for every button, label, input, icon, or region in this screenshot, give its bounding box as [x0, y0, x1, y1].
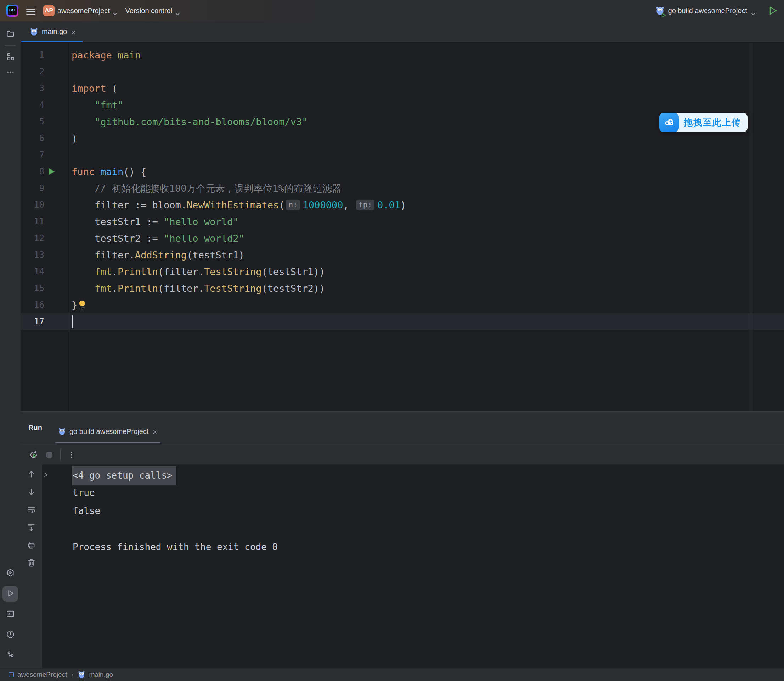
run-tool-window-header: Run go build awesomeProject — [21, 411, 784, 464]
line-number: 14 — [21, 263, 44, 280]
close-icon[interactable] — [152, 429, 158, 434]
up-stacktrace-button[interactable] — [27, 469, 36, 480]
problems-tool-button[interactable] — [3, 627, 18, 643]
run-gutter-icon[interactable] — [47, 167, 56, 176]
code-line-2[interactable]: 2 — [21, 63, 784, 80]
code-text: filter.AddString(testStr1) — [71, 247, 245, 263]
line-number: 1 — [21, 47, 44, 63]
code-line-13[interactable]: 13 filter.AddString(testStr1) — [21, 247, 784, 263]
upload-label: 拖拽至此上传 — [684, 117, 741, 128]
go-file-icon — [77, 671, 85, 678]
console-line-3: false — [42, 502, 784, 520]
code-line-1[interactable]: 1package main — [21, 47, 784, 63]
code-text: "github.com/bits-and-blooms/bloom/v3" — [71, 114, 308, 130]
console-text: false — [73, 502, 100, 520]
down-stacktrace-button[interactable] — [27, 487, 36, 498]
go-file-icon — [30, 28, 38, 36]
project-widget[interactable]: AP awesomeProject — [43, 5, 118, 16]
main-toolbar: GO AP awesomeProject Version control go … — [0, 0, 784, 21]
code-line-16[interactable]: 16} — [21, 297, 784, 314]
intention-bulb-icon[interactable] — [78, 298, 87, 308]
code-line-8[interactable]: 8func main() { — [21, 163, 784, 180]
code-line-15[interactable]: 15 fmt.Println(filter.TestString(testStr… — [21, 280, 784, 297]
project-tool-button[interactable] — [3, 26, 18, 42]
inlay-hint: fp: — [356, 200, 375, 210]
line-number: 10 — [21, 197, 44, 214]
chevron-down-icon — [751, 9, 756, 13]
status-bar: awesomeProject › main.go — [0, 668, 784, 681]
main-menu-icon[interactable] — [26, 7, 35, 14]
run-button[interactable] — [768, 6, 778, 16]
more-options-button[interactable] — [67, 450, 76, 459]
version-control-tool-button[interactable] — [3, 648, 18, 663]
console-line-4 — [42, 520, 784, 538]
console-toolbar — [21, 464, 42, 668]
code-editor[interactable]: 1package main23import (4 "fmt"5 "github.… — [21, 43, 784, 411]
scroll-to-end-button[interactable] — [27, 523, 36, 534]
close-icon[interactable] — [71, 29, 76, 35]
code-line-17[interactable]: 17 — [21, 314, 784, 330]
line-number: 17 — [21, 314, 44, 330]
clear-console-button[interactable] — [27, 558, 36, 569]
code-line-10[interactable]: 10 filter := bloom.NewWithEstimates(n:10… — [21, 197, 784, 214]
code-text: testStr2 := "hello world2" — [71, 230, 245, 247]
line-number: 4 — [21, 97, 44, 114]
code-line-6[interactable]: 6) — [21, 130, 784, 147]
console-text: <4 go setup calls> — [72, 466, 176, 485]
code-text: fmt.Println(filter.TestString(testStr2)) — [71, 280, 325, 297]
editor-tab-bar: main.go — [21, 21, 784, 43]
line-number: 12 — [21, 230, 44, 247]
code-text: filter := bloom.NewWithEstimates(n:10000… — [71, 197, 406, 214]
stop-button[interactable] — [45, 450, 54, 459]
code-line-14[interactable]: 14 fmt.Println(filter.TestString(testStr… — [21, 263, 784, 280]
console-line-5: Process finished with the exit code 0 — [42, 538, 784, 556]
rerun-button[interactable] — [29, 450, 38, 459]
print-button[interactable] — [27, 540, 36, 551]
go-file-run-icon — [655, 6, 665, 15]
code-line-7[interactable]: 7 — [21, 147, 784, 163]
breadcrumb-project[interactable]: awesomeProject — [17, 671, 67, 678]
run-console: <4 go setup calls>truefalseProcess finis… — [21, 464, 784, 668]
right-margin-guide — [751, 43, 751, 411]
line-number: 16 — [21, 297, 44, 314]
breadcrumb-separator: › — [71, 671, 74, 678]
services-tool-button[interactable] — [3, 565, 18, 581]
code-line-3[interactable]: 3import ( — [21, 80, 784, 97]
code-line-12[interactable]: 12 testStr2 := "hello world2" — [21, 230, 784, 247]
run-configuration-selector[interactable]: go build awesomeProject — [655, 6, 756, 15]
baidu-netdisk-upload-overlay[interactable]: 拖拽至此上传 — [659, 113, 748, 132]
module-icon — [8, 672, 14, 678]
line-number: 9 — [21, 180, 44, 197]
run-tool-button[interactable] — [3, 586, 18, 602]
code-line-11[interactable]: 11 testStr1 := "hello world" — [21, 214, 784, 230]
tab-main-go[interactable]: main.go — [21, 21, 83, 42]
console-line-1[interactable]: <4 go setup calls> — [42, 466, 784, 484]
breadcrumb-file[interactable]: main.go — [89, 671, 113, 678]
code-line-4[interactable]: 4 "fmt" — [21, 97, 784, 114]
more-tools-button[interactable] — [3, 65, 18, 81]
soft-wrap-button[interactable] — [27, 505, 36, 516]
line-number: 6 — [21, 130, 44, 147]
line-number: 11 — [21, 214, 44, 230]
gutter-separator — [70, 43, 70, 411]
line-number: 7 — [21, 147, 44, 163]
project-badge: AP — [43, 5, 55, 16]
code-line-9[interactable]: 9 // 初始化能接收100万个元素，误判率位1%的布隆过滤器 — [21, 180, 784, 197]
line-number: 5 — [21, 114, 44, 130]
code-text: // 初始化能接收100万个元素，误判率位1%的布隆过滤器 — [71, 180, 341, 197]
expand-icon[interactable] — [43, 466, 50, 484]
version-control-menu[interactable]: Version control — [125, 7, 180, 15]
line-number: 3 — [21, 80, 44, 97]
chevron-down-icon — [175, 9, 180, 13]
run-tab[interactable]: go build awesomeProject — [55, 420, 161, 443]
console-text: Process finished with the exit code 0 — [73, 538, 278, 556]
tool-window-stripe-bottom — [0, 565, 21, 663]
inlay-hint: n: — [286, 200, 300, 210]
line-number: 2 — [21, 63, 44, 80]
structure-tool-button[interactable] — [3, 49, 18, 65]
code-text: } — [71, 297, 87, 314]
code-text: import ( — [71, 80, 118, 97]
run-panel-title: Run — [28, 424, 42, 432]
terminal-tool-button[interactable] — [3, 607, 18, 622]
line-number: 8 — [21, 163, 44, 180]
